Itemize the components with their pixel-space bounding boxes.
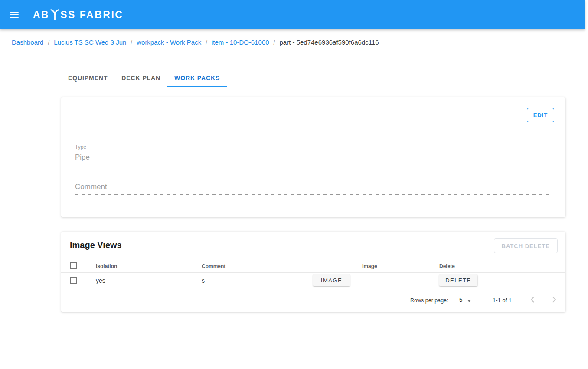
menu-icon[interactable] — [10, 10, 19, 20]
breadcrumb-link-item[interactable]: item - 10-DO-61000 — [212, 39, 269, 46]
breadcrumb-separator: / — [274, 39, 275, 46]
rows-per-page-select[interactable]: 5 — [459, 297, 463, 303]
tab-deck-plan[interactable]: DECK PLAN — [114, 70, 167, 87]
breadcrumb-separator: / — [206, 39, 207, 46]
app-logo: AB SS FABRIC — [33, 9, 123, 21]
column-header-delete: Delete — [439, 263, 455, 269]
app-bar: AB SS FABRIC — [0, 0, 585, 29]
rows-per-page-underline — [458, 306, 476, 306]
comment-field-placeholder: Comment — [75, 183, 551, 191]
image-views-card: Image Views BATCH DELETE Isolation Comme… — [61, 232, 565, 312]
breadcrumb: Dashboard / Lucius TS SC Wed 3 Jun / wor… — [12, 39, 588, 46]
comment-field[interactable]: Comment — [75, 183, 551, 195]
caret-down-icon[interactable] — [467, 300, 471, 302]
breadcrumb-separator: / — [131, 39, 132, 46]
column-header-isolation: Isolation — [96, 263, 117, 269]
delete-button[interactable]: DELETE — [439, 274, 477, 286]
edit-button[interactable]: EDIT — [527, 108, 554, 122]
breadcrumb-separator: / — [48, 39, 49, 46]
image-button[interactable]: IMAGE — [313, 274, 350, 286]
chevron-left-icon[interactable] — [528, 295, 537, 306]
table-row: yes s IMAGE DELETE — [61, 273, 565, 288]
batch-delete-button[interactable]: BATCH DELETE — [494, 238, 558, 253]
type-field-label: Type — [75, 144, 551, 150]
breadcrumb-link-dashboard[interactable]: Dashboard — [12, 39, 43, 46]
select-all-checkbox[interactable] — [70, 262, 77, 269]
type-field-underline — [75, 165, 551, 165]
table-pagination: Rows per page: 5 1-1 of 1 — [61, 288, 565, 312]
rows-per-page-label: Rows per page: — [410, 297, 448, 304]
breadcrumb-link-survey[interactable]: Lucius TS SC Wed 3 Jun — [54, 39, 126, 46]
pagination-range-label: 1-1 of 1 — [493, 297, 512, 304]
breadcrumb-link-workpack[interactable]: workpack - Work Pack — [137, 39, 201, 46]
trident-y-icon — [50, 9, 59, 20]
table-header-row: Isolation Comment Image Delete — [61, 260, 565, 273]
part-details-card: EDIT Type Pipe Comment — [61, 97, 565, 217]
column-header-image: Image — [362, 263, 377, 269]
chevron-right-icon[interactable] — [550, 295, 559, 306]
cell-isolation: yes — [96, 277, 105, 284]
comment-field-underline — [75, 194, 551, 195]
logo-text-left: AB — [33, 9, 49, 21]
row-checkbox[interactable] — [70, 277, 77, 284]
breadcrumb-current-part: part - 5ed74e6936af590f6a6dc116 — [279, 39, 379, 46]
image-views-title: Image Views — [70, 240, 122, 250]
tab-equipment[interactable]: EQUIPMENT — [61, 70, 114, 87]
logo-text-right: SS FABRIC — [60, 9, 123, 21]
type-field-value: Pipe — [75, 153, 551, 162]
tab-bar: EQUIPMENT DECK PLAN WORK PACKS — [61, 70, 588, 87]
tab-work-packs[interactable]: WORK PACKS — [167, 70, 227, 87]
cell-comment: s — [202, 277, 205, 284]
column-header-comment: Comment — [202, 263, 225, 269]
type-field: Type Pipe — [75, 144, 551, 165]
